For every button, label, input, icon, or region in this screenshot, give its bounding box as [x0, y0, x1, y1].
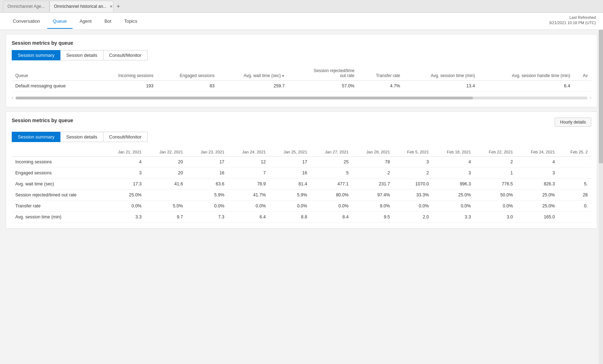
cell-avg-wait: 259.7 — [218, 81, 288, 92]
metric-value: 41.6 — [145, 179, 186, 190]
metric-value: 4 — [517, 157, 559, 168]
metric-value: 20 — [145, 168, 186, 179]
hourly-details-button[interactable]: Hourly details — [555, 118, 591, 127]
nav-bar: Conversation Queue Agent Bot Topics Last… — [0, 13, 603, 30]
metric-value: 231.7 — [352, 179, 393, 190]
metric-value: 9.7 — [145, 212, 186, 223]
sort-icon: ▼ — [282, 74, 285, 78]
col-avg-wait[interactable]: Avg. wait time (sec)▼ — [218, 66, 288, 81]
metric-value: 80.0% — [311, 190, 352, 201]
metric-value: 63.6 — [187, 179, 228, 190]
panel2-tab-session-details-label: Session details — [66, 134, 97, 140]
metric-value: 12 — [228, 157, 269, 168]
col-incoming: Incoming sessions — [96, 66, 157, 81]
panel1-scrollbar[interactable]: ‹ › — [12, 94, 591, 101]
browser-tab-bar: Omnichannel Age... Omnichannel historica… — [0, 0, 603, 13]
panel2-tab-consult-monitor[interactable]: Consult/Monitor — [103, 132, 148, 142]
metric-value: 25.0% — [517, 190, 559, 201]
metric-value: 0.0% — [187, 201, 228, 212]
metric-value: 78.9 — [228, 179, 269, 190]
nav-tab-queue[interactable]: Queue — [47, 13, 73, 29]
metric-value: 25 — [311, 157, 352, 168]
col-queue: Queue — [12, 66, 96, 81]
nav-tab-agent[interactable]: Agent — [74, 13, 97, 29]
date-col-header: Jan 25, 2021 — [270, 148, 311, 157]
panel1-tab-session-summary-label: Session summary — [18, 53, 54, 58]
metric-value: 28 — [559, 190, 591, 201]
last-refreshed-value: 3/21/2021 10:18 PM (UTC) — [549, 20, 596, 26]
metric-label: Avg. wait time (sec) — [12, 179, 104, 190]
metric-value: 97.4% — [352, 190, 393, 201]
hourly-details-label: Hourly details — [560, 120, 586, 125]
panel1: Session metrics by queue Session summary… — [6, 34, 597, 107]
date-col-header: Jan 27, 2021 — [311, 148, 352, 157]
scroll-left-icon[interactable]: ‹ — [12, 96, 13, 100]
table-row: Incoming sessions42017121725783424 — [12, 157, 591, 168]
close-tab-icon[interactable]: ✕ — [110, 4, 113, 9]
add-tab-button[interactable]: + — [113, 1, 123, 11]
col-avg-session: Avg. session time (min) — [404, 66, 478, 81]
nav-tab-conversation-label: Conversation — [13, 18, 40, 24]
metric-value: 17 — [270, 157, 311, 168]
right-scrollbar-thumb — [599, 30, 603, 163]
col-transfer: Transfer rate — [358, 66, 404, 81]
cell-engaged: 83 — [157, 81, 218, 92]
metric-value: 477.1 — [311, 179, 352, 190]
metric-value: 5.9% — [187, 190, 228, 201]
metric-value: 3 — [517, 168, 559, 179]
date-col-header: Jan 21, 2021 — [104, 148, 145, 157]
scroll-thumb — [16, 97, 473, 99]
metric-value: 3.3 — [432, 212, 474, 223]
date-col-header: Feb 22, 2021 — [474, 148, 516, 157]
panel2-date-header: Jan 21, 2021Jan 22, 2021Jan 23, 2021Jan … — [12, 148, 591, 157]
metric-value: 2.0 — [394, 212, 433, 223]
metric-value: 3 — [104, 168, 145, 179]
panel2-sub-tabs: Session summary Session details Consult/… — [12, 132, 591, 142]
cell-queue: Default messaging queue — [12, 81, 96, 92]
metric-value: 20 — [145, 157, 186, 168]
browser-tab-1-label: Omnichannel Age... — [7, 4, 45, 9]
panel1-tab-session-details-label: Session details — [66, 53, 97, 58]
metric-value: 8.8 — [270, 212, 311, 223]
nav-tab-topics[interactable]: Topics — [118, 13, 143, 29]
metric-value: 5 — [311, 168, 352, 179]
metric-value: 8.4 — [311, 212, 352, 223]
scroll-track — [16, 97, 587, 99]
last-refreshed: Last Refreshed 3/21/2021 10:18 PM (UTC) — [549, 15, 596, 26]
table-row: Default messaging queue 193 83 259.7 57.… — [12, 81, 591, 92]
browser-tab-1[interactable]: Omnichannel Age... — [3, 1, 49, 12]
metric-value: 2 — [394, 168, 433, 179]
date-col-header: Feb 5, 2021 — [394, 148, 433, 157]
metric-value: 25.0% — [517, 201, 559, 212]
date-col-header: Jan 23, 2021 — [187, 148, 228, 157]
cell-avg-handle: 6.4 — [479, 81, 574, 92]
panel2-table-wrapper: Jan 21, 2021Jan 22, 2021Jan 23, 2021Jan … — [12, 148, 591, 223]
right-scrollbar[interactable] — [599, 30, 603, 364]
nav-tab-conversation[interactable]: Conversation — [7, 13, 46, 29]
metric-value: 25.0% — [432, 190, 474, 201]
panel1-table-header: Queue Incoming sessions Engaged sessions… — [12, 66, 591, 81]
col-avg-handle: Avg. session handle time (min) — [479, 66, 574, 81]
browser-tab-2-label: Omnichannel historical an... — [54, 4, 107, 9]
nav-tab-queue-label: Queue — [53, 18, 67, 24]
panel2-header-row: Session metrics by queue Hourly details — [12, 118, 591, 127]
panel1-tab-consult-monitor[interactable]: Consult/Monitor — [103, 50, 148, 60]
panel1-tab-session-summary[interactable]: Session summary — [12, 50, 60, 60]
metric-value — [559, 157, 591, 168]
panel2-tab-session-details[interactable]: Session details — [60, 132, 103, 142]
panel1-tab-session-details[interactable]: Session details — [60, 50, 103, 60]
nav-tab-bot[interactable]: Bot — [99, 13, 117, 29]
metric-label: Avg. session time (min) — [12, 212, 104, 223]
date-col-header: Jan 22, 2021 — [145, 148, 186, 157]
panel1-tab-consult-monitor-label: Consult/Monitor — [109, 53, 142, 58]
panel2-tab-session-summary[interactable]: Session summary — [12, 132, 60, 142]
metric-value: 996.3 — [432, 179, 474, 190]
metric-value: 1 — [474, 168, 516, 179]
panel2-tbody: Incoming sessions42017121725783424Engage… — [12, 157, 591, 223]
table-row: Transfer rate0.0%5.0%0.0%0.0%0.0%0.0%9.0… — [12, 201, 591, 212]
metric-value: 41.7% — [228, 190, 269, 201]
browser-tab-2[interactable]: Omnichannel historical an... ✕ — [49, 1, 113, 12]
scroll-right-icon[interactable]: › — [590, 96, 591, 100]
date-col-header: Jan 28, 2021 — [352, 148, 393, 157]
table-row: Avg. wait time (sec)17.341.663.678.981.4… — [12, 179, 591, 190]
